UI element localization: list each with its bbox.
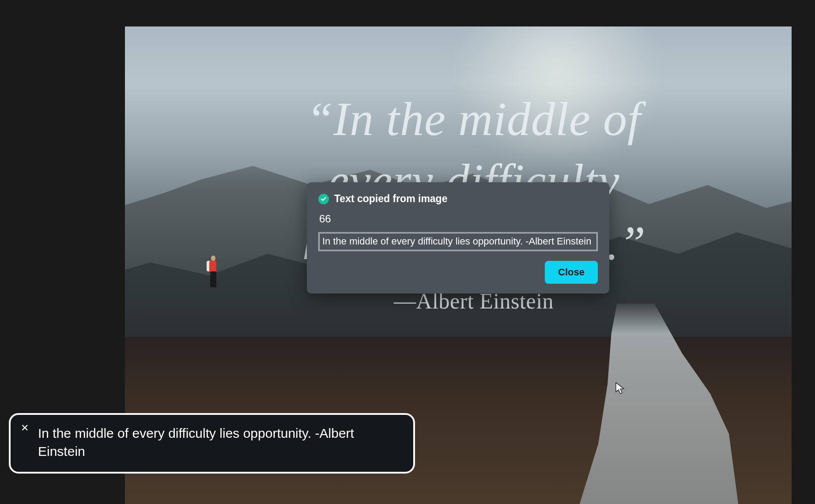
clipboard-toast: ✕ In the middle of every difficulty lies…: [9, 413, 415, 474]
toast-text: In the middle of every difficulty lies o…: [38, 425, 400, 460]
modal-header: Text copied from image: [318, 193, 598, 205]
modal-text-line-1: 66: [319, 213, 598, 225]
extracted-text-field[interactable]: In the middle of every difficulty lies o…: [318, 232, 598, 251]
sky-glow: [425, 26, 690, 159]
text-copied-modal: Text copied from image 66 In the middle …: [307, 182, 609, 293]
close-button[interactable]: Close: [545, 261, 598, 284]
check-icon: [318, 194, 329, 204]
hiker-figure: [205, 251, 221, 290]
close-icon[interactable]: ✕: [20, 424, 29, 433]
modal-title: Text copied from image: [334, 193, 447, 205]
modal-actions: Close: [318, 261, 598, 284]
